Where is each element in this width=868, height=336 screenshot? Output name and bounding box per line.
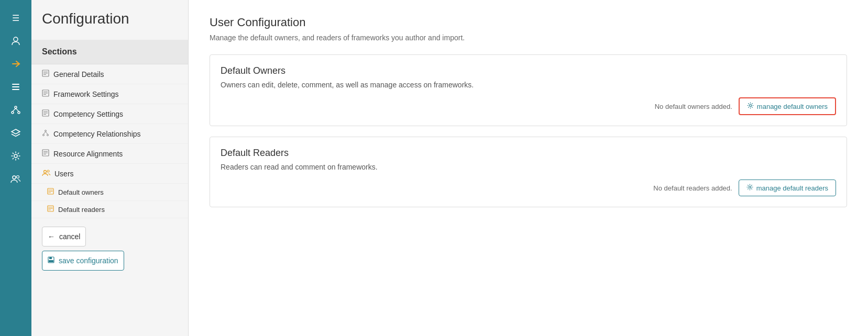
users-icon <box>42 169 50 178</box>
sidebar: ☰ <box>0 0 31 336</box>
sidebar-gear-icon[interactable] <box>6 147 25 165</box>
nav-item-users-label: Users <box>54 170 74 178</box>
svg-line-27 <box>43 132 46 135</box>
cancel-button-label: cancel <box>59 232 80 241</box>
svg-point-0 <box>14 37 18 41</box>
general-details-icon <box>42 70 49 79</box>
default-owners-footer: No default owners added. manage default … <box>221 97 836 115</box>
nav-item-general-details-label: General Details <box>53 70 104 79</box>
default-readers-footer: No default readers added. manage default… <box>221 180 836 196</box>
sidebar-arrow-icon[interactable] <box>6 54 25 73</box>
svg-point-9 <box>14 154 17 158</box>
svg-rect-45 <box>49 260 53 262</box>
svg-rect-2 <box>12 86 19 87</box>
sections-header: Sections <box>31 40 188 64</box>
nav-item-competency-relationships-label: Competency Relationships <box>53 130 141 138</box>
sidebar-network-icon[interactable] <box>6 100 25 119</box>
page-title: Configuration <box>31 0 188 27</box>
default-readers-title: Default Readers <box>221 148 836 159</box>
main-content: User Configuration Manage the default ow… <box>189 0 868 336</box>
svg-line-7 <box>13 108 16 111</box>
default-readers-icon <box>47 205 54 214</box>
svg-rect-3 <box>12 89 19 90</box>
default-readers-card: Default Readers Readers can read and com… <box>210 137 847 207</box>
no-readers-text: No default readers added. <box>653 184 732 192</box>
competency-relationships-icon <box>42 129 49 138</box>
svg-point-24 <box>45 130 47 132</box>
default-owners-icon <box>47 188 54 196</box>
manage-owners-gear-icon <box>747 102 754 110</box>
sidebar-menu-icon[interactable]: ☰ <box>6 8 25 27</box>
default-owners-card: Default Owners Owners can edit, delete, … <box>210 54 847 126</box>
resource-alignments-icon <box>42 149 49 158</box>
sidebar-user-icon[interactable] <box>6 31 25 50</box>
no-owners-text: No default owners added. <box>655 103 732 110</box>
manage-readers-gear-icon <box>746 184 753 192</box>
nav-item-default-readers[interactable]: Default readers <box>31 201 188 218</box>
nav-item-competency-relationships[interactable]: Competency Relationships <box>31 124 188 144</box>
nav-item-default-owners-label: Default owners <box>58 188 104 196</box>
nav-item-general-details[interactable]: General Details <box>31 64 188 84</box>
nav-item-framework-settings-label: Framework Settings <box>53 90 118 98</box>
manage-default-owners-button[interactable]: manage default owners <box>739 97 836 115</box>
nav-item-resource-alignments[interactable]: Resource Alignments <box>31 144 188 164</box>
sidebar-people-icon[interactable] <box>6 170 25 188</box>
nav-item-users[interactable]: Users <box>31 164 188 184</box>
sidebar-layers-icon[interactable] <box>6 124 25 142</box>
nav-item-competency-settings[interactable]: Competency Settings <box>31 104 188 124</box>
svg-point-25 <box>43 135 45 136</box>
competency-settings-icon <box>42 109 49 118</box>
nav-item-competency-settings-label: Competency Settings <box>53 110 123 118</box>
svg-point-46 <box>749 105 751 107</box>
save-button-label: save configuration <box>59 256 118 265</box>
framework-settings-icon <box>42 89 49 98</box>
svg-point-10 <box>13 176 16 179</box>
nav-item-default-owners[interactable]: Default owners <box>31 184 188 201</box>
svg-rect-1 <box>12 84 19 85</box>
svg-point-5 <box>12 111 14 114</box>
manage-default-readers-label: manage default readers <box>756 184 828 192</box>
cancel-arrow-icon: ← <box>48 232 55 241</box>
default-readers-desc: Readers can read and comment on framewor… <box>221 163 836 171</box>
default-owners-title: Default Owners <box>221 65 836 76</box>
save-configuration-button[interactable]: save configuration <box>42 251 124 271</box>
nav-item-default-readers-label: Default readers <box>58 206 105 214</box>
svg-point-47 <box>749 186 751 188</box>
save-icon <box>48 256 54 265</box>
svg-line-28 <box>46 132 48 135</box>
user-configuration-title: User Configuration <box>210 16 847 29</box>
svg-point-4 <box>15 106 17 108</box>
cancel-button[interactable]: ← cancel <box>42 227 86 247</box>
svg-rect-44 <box>49 257 52 259</box>
manage-default-owners-label: manage default owners <box>757 103 828 110</box>
user-configuration-desc: Manage the default owners, and readers o… <box>210 33 847 42</box>
manage-default-readers-button[interactable]: manage default readers <box>739 180 836 196</box>
svg-point-26 <box>47 135 49 136</box>
svg-point-11 <box>17 176 19 178</box>
default-owners-desc: Owners can edit, delete, comment, as wel… <box>221 81 836 89</box>
left-panel: Configuration Sections General Details F… <box>31 0 189 336</box>
nav-item-framework-settings[interactable]: Framework Settings <box>31 84 188 104</box>
svg-point-33 <box>44 171 47 173</box>
svg-point-34 <box>47 170 49 172</box>
nav-item-resource-alignments-label: Resource Alignments <box>53 150 123 158</box>
svg-point-6 <box>18 111 20 114</box>
svg-line-8 <box>16 108 19 111</box>
sidebar-list-icon[interactable] <box>6 77 25 96</box>
